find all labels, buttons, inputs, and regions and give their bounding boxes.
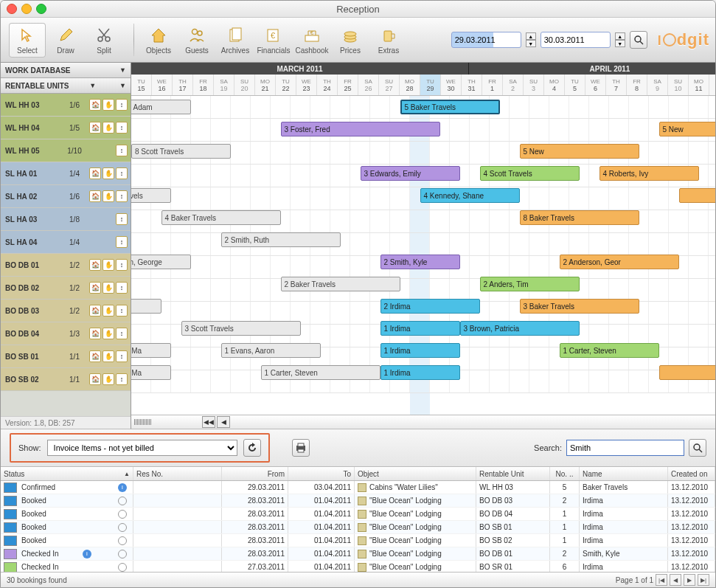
unit-row[interactable]: WL HH 031/6🏠✋↕ [1,94,131,117]
day-cell[interactable]: TU15 [131,75,152,95]
col-no[interactable]: No. .. [550,467,580,480]
page-last-button[interactable]: ▶| [698,574,709,586]
prices-button[interactable]: Prices [332,23,369,58]
booking-bar[interactable]: Bell, Ma [131,343,171,358]
unit-row[interactable]: WL HH 051/10🏠✋↕ [1,139,131,162]
booking-bar[interactable]: 4 Kennedy, Shane [420,188,520,203]
financials-button[interactable]: € Financials [255,23,292,58]
day-cell[interactable]: SA2 [503,75,524,95]
booking-bar[interactable]: 2 Anders, Tim [480,277,580,291]
date-to-stepper[interactable]: ▲▼ [615,32,625,47]
page-first-button[interactable]: |◀ [656,574,667,586]
booking-bar[interactable]: t Travels [131,188,171,203]
col-unit[interactable]: Rentable Unit [476,467,550,480]
booking-bar[interactable]: 4 Roberts, Ivy [599,166,699,181]
booking-bar[interactable]: 5 New [520,144,639,159]
info-icon[interactable]: i [118,483,127,492]
booking-bar[interactable]: 3 Edwards, Emily [361,166,460,181]
day-cell[interactable]: TH24 [317,75,338,95]
day-cell[interactable]: FR8 [627,75,647,95]
scroll-left-button[interactable]: ◀ [217,416,230,428]
date-search-button[interactable] [630,31,647,49]
date-to-input[interactable] [541,32,611,48]
col-status[interactable]: Status▲ [1,467,133,480]
objects-button[interactable]: Objects [140,23,177,58]
info-icon[interactable]: i [83,550,91,558]
search-input[interactable] [566,440,684,456]
day-cell[interactable]: FR18 [193,75,214,95]
booking-bar[interactable]: 8 Scott Travels [131,144,231,159]
col-from[interactable]: From [222,467,288,480]
booking-bar[interactable]: 1 Irdima [380,321,460,336]
day-cell[interactable]: TU5 [565,75,585,95]
guests-button[interactable]: Guests [178,23,215,58]
col-created[interactable]: Created on [668,467,715,480]
show-select[interactable]: Invoice Items - not yet billed [47,440,237,456]
rentable-units-header[interactable]: RENTABLE UNITS ▼▼ [1,78,131,94]
day-cell[interactable]: MO11 [689,75,709,95]
day-cell[interactable]: TH31 [462,75,482,95]
booking-bar[interactable]: 5 New [659,122,716,136]
split-button[interactable]: Split [86,23,122,58]
day-cell[interactable]: MO28 [400,75,420,95]
col-res[interactable]: Res No. [133,467,222,480]
booking-bar[interactable]: 4 Baker Travels [161,210,281,225]
day-cell[interactable]: TU12 [709,75,715,95]
booking-bar[interactable] [679,188,716,203]
day-cell[interactable]: SU27 [379,75,400,95]
unit-row[interactable]: WL HH 041/5🏠✋↕ [1,117,131,139]
booking-bar[interactable]: 1 Carter, Steven [560,343,659,358]
booking-bar[interactable]: 3 Foster, Fred [281,122,440,136]
booking-bar[interactable]: 5 Baker Travels [400,100,500,114]
unit-row[interactable]: BO SB 011/1🏠✋↕ [1,345,131,368]
booking-bar[interactable]: 3 Scott Travels [181,321,301,336]
cashbook-button[interactable]: € Cashbook [293,23,330,58]
unit-row[interactable]: SL HA 041/4🏠✋↕ [1,231,131,254]
booking-bar[interactable]: erson, George [131,255,191,269]
day-cell[interactable]: FR1 [482,75,503,95]
booking-bar[interactable]: 1 Evans, Aaron [221,343,321,358]
booking-bar[interactable]: 2 Anderson, Geor [560,255,679,269]
unit-row[interactable]: SL HA 011/4🏠✋↕ [1,162,131,185]
booking-bar[interactable]: 2 Baker Travels [281,277,400,291]
table-row[interactable]: Booked28.03.201101.04.2011"Blue Ocean" L… [1,508,715,521]
day-cell[interactable]: SU20 [234,75,255,95]
booking-bar[interactable]: 2 Irdima [380,299,480,314]
booking-bar[interactable]: Bell, Ma [131,365,171,380]
booking-bar[interactable]: 3 Baker Travels [520,299,639,314]
table-row[interactable]: Checked In27.03.201101.04.2011"Blue Ocea… [1,561,715,572]
date-from-input[interactable] [451,32,521,48]
day-cell[interactable]: WE6 [585,75,606,95]
booking-bar[interactable]: ards, Adam [131,100,191,114]
unit-row[interactable]: BO DB 021/2🏠✋↕ [1,277,131,300]
unit-row[interactable]: BO DB 031/2🏠✋↕ [1,300,131,322]
unit-row[interactable]: SL HA 021/6🏠✋↕ [1,185,131,208]
timeline-scrollbar[interactable]: ◀◀ ◀ ▶ ▶▶ [131,415,715,429]
day-cell[interactable]: SA26 [358,75,379,95]
col-object[interactable]: Object [355,467,476,480]
draw-button[interactable]: Draw [47,23,84,58]
day-cell[interactable]: WE23 [296,75,317,95]
day-cell[interactable]: SU3 [524,75,544,95]
table-row[interactable]: Booked28.03.201101.04.2011"Blue Ocean" L… [1,534,715,547]
day-cell[interactable]: SU10 [668,75,689,95]
table-row[interactable]: Booked28.03.201101.04.2011"Blue Ocean" L… [1,494,715,508]
day-cell[interactable]: TU22 [276,75,296,95]
booking-bar[interactable]: 8 Baker Travels [520,210,639,225]
day-cell[interactable]: MO4 [544,75,565,95]
titlebar[interactable]: Reception [1,1,715,18]
table-row[interactable]: Confirmedi29.03.201103.04.2011Cabins "Wa… [1,481,715,494]
day-cell[interactable]: WE30 [441,75,462,95]
booking-bar[interactable]: 4 Scott Travels [480,166,580,181]
page-prev-button[interactable]: ◀ [670,574,681,586]
refresh-button[interactable] [243,439,261,457]
day-cell[interactable]: TU29 [420,75,441,95]
search-button[interactable] [689,439,706,457]
date-from-stepper[interactable]: ▲▼ [526,32,536,47]
day-cell[interactable]: FR25 [338,75,358,95]
day-cell[interactable]: MO21 [255,75,276,95]
archives-button[interactable]: Archives [217,23,254,58]
col-name[interactable]: Name [580,467,668,480]
unit-row[interactable]: BO DB 011/2🏠✋↕ [1,254,131,277]
page-next-button[interactable]: ▶ [684,574,695,586]
